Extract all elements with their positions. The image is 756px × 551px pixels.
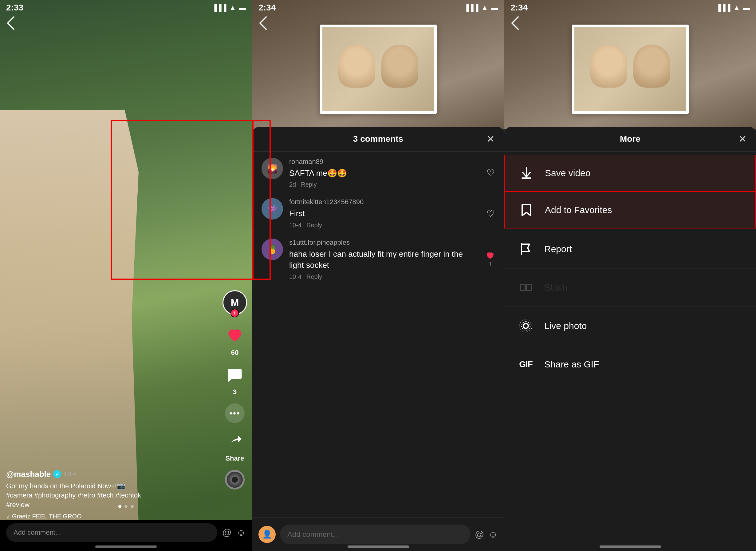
add-to-favorites-label: Add to Favorites xyxy=(545,205,612,215)
comment-like-1[interactable]: ♡ xyxy=(486,167,495,178)
close-button-p3[interactable]: ✕ xyxy=(738,133,747,145)
signal-icon-p2: ▐▐▐ xyxy=(464,4,478,12)
comment-placeholder-p2: Add comment... xyxy=(287,530,339,539)
video-sound: ♪ Graetz FEEL THE GROO xyxy=(6,512,224,520)
more-title: More xyxy=(620,134,640,144)
svg-point-4 xyxy=(523,324,528,329)
status-time-p1: 2:33 xyxy=(6,3,23,13)
comment-like-3[interactable]: 1 xyxy=(486,251,495,268)
wifi-icon: ▲ xyxy=(229,4,236,12)
person-silhouette xyxy=(0,110,139,523)
comment-reply-2[interactable]: Reply xyxy=(306,222,322,229)
battery-icon: ▬ xyxy=(239,4,246,12)
live-photo-item[interactable]: Live photo xyxy=(504,308,756,344)
divider-2 xyxy=(504,268,756,268)
more-button[interactable]: ••• xyxy=(225,404,245,423)
share-button[interactable]: Share xyxy=(224,431,246,462)
comment-like-2[interactable]: ♡ xyxy=(486,208,495,219)
comment-avatar-1[interactable]: 🌄 xyxy=(262,158,283,179)
svg-rect-0 xyxy=(522,177,531,179)
comment-time-2: 10-4 xyxy=(289,222,301,229)
comment-item-3: 🍍 s1uttt.for.pineapples haha loser I can… xyxy=(262,238,495,281)
svg-rect-1 xyxy=(520,285,525,291)
back-button-p3[interactable] xyxy=(510,15,520,32)
share-label: Share xyxy=(225,455,244,462)
comment-text-2: First xyxy=(289,208,480,219)
video-description: Got my hands on the Polaroid Now+!📷 #cam… xyxy=(6,482,224,510)
comments-sheet: 3 comments ✕ 🌄 rohaman89 SAFTA me🤩🤩 2d R… xyxy=(252,127,504,551)
comment-time-1: 2d xyxy=(289,181,296,188)
music-disk xyxy=(225,470,245,490)
like-count: 60 xyxy=(231,349,238,357)
video-username[interactable]: @mashable ✓ 10·4 xyxy=(6,470,224,479)
selfie-photo-p3 xyxy=(572,25,689,114)
back-button-p1[interactable] xyxy=(6,15,15,33)
comment-text-1: SAFTA me🤩🤩 xyxy=(289,167,480,179)
flag-icon xyxy=(517,240,535,258)
home-indicator-p3 xyxy=(600,545,661,548)
stitch-label: Stitch xyxy=(544,282,567,293)
emoji-icon-p2[interactable]: ☺ xyxy=(488,529,498,540)
add-to-favorites-item[interactable]: Add to Favorites xyxy=(504,191,756,228)
comment-username-1: rohaman89 xyxy=(289,158,480,166)
comment-button[interactable]: 3 xyxy=(224,364,246,396)
bookmark-icon xyxy=(517,201,536,219)
selfie-photo-inner-p3 xyxy=(574,27,686,111)
comments-panel: 2:34 ▐▐▐ ▲ ▬ 3 comments ✕ 🌄 rohaman89 SA… xyxy=(252,0,504,551)
live-photo-icon xyxy=(517,317,535,335)
svg-rect-2 xyxy=(526,285,531,291)
follow-plus-badge[interactable]: + xyxy=(230,309,239,317)
wifi-icon-p2: ▲ xyxy=(481,4,488,12)
comment-avatar-3[interactable]: 🍍 xyxy=(262,238,283,260)
comment-icon xyxy=(224,364,246,386)
report-item[interactable]: Report xyxy=(504,231,756,267)
signal-icon-p3: ▐▐▐ xyxy=(716,4,730,12)
stitch-item[interactable]: Stitch xyxy=(504,269,756,305)
comment-item-2: 👾 fortnitekitten1234567890 First 10-4 Re… xyxy=(262,198,495,228)
comment-body-2: fortnitekitten1234567890 First 10-4 Repl… xyxy=(289,198,480,228)
comment-avatar-2[interactable]: 👾 xyxy=(262,198,283,219)
comment-username-3: s1uttt.for.pineapples xyxy=(289,238,479,246)
comment-meta-3: 10-4 Reply xyxy=(289,273,479,281)
save-video-item[interactable]: Save video xyxy=(504,155,756,191)
music-disk-inner xyxy=(232,477,238,483)
more-dots-icon: ••• xyxy=(225,404,245,423)
comment-meta-2: 10-4 Reply xyxy=(289,222,480,229)
share-as-gif-item[interactable]: GIF Share as GIF xyxy=(504,347,756,382)
save-video-label: Save video xyxy=(545,168,590,178)
status-icons-p2: ▐▐▐ ▲ ▬ xyxy=(464,4,498,12)
status-bar-p3: 2:34 ▐▐▐ ▲ ▬ xyxy=(504,0,756,15)
gif-icon: GIF xyxy=(517,355,535,374)
share-icon xyxy=(224,431,246,453)
status-icons-p1: ▐▐▐ ▲ ▬ xyxy=(212,4,246,12)
like-button[interactable]: 60 xyxy=(224,325,246,357)
creator-avatar-container[interactable]: M + xyxy=(222,290,247,315)
more-items-list: Save video Add to Favorites Report xyxy=(504,151,756,385)
back-button-p2[interactable] xyxy=(258,15,268,32)
comments-sheet-header: 3 comments ✕ xyxy=(252,127,504,151)
emoji-icon[interactable]: ☺ xyxy=(236,527,246,538)
wifi-icon-p3: ▲ xyxy=(733,4,740,12)
status-time-p2: 2:34 xyxy=(258,3,276,13)
user-time: 10·4 xyxy=(64,470,77,478)
comment-input-p1[interactable]: Add comment... xyxy=(6,523,217,542)
comments-list: 🌄 rohaman89 SAFTA me🤩🤩 2d Reply ♡ 👾 fort… xyxy=(252,151,504,297)
status-icons-p3: ▐▐▐ ▲ ▬ xyxy=(716,4,750,12)
comment-input-p2[interactable]: Add comment... xyxy=(280,525,471,544)
more-sheet-header: More ✕ xyxy=(504,127,756,151)
divider-1 xyxy=(504,230,756,230)
at-icon-p2[interactable]: @ xyxy=(475,529,484,540)
video-preview-p3: 2:34 ▐▐▐ ▲ ▬ xyxy=(504,0,756,129)
comment-reply-1[interactable]: Reply xyxy=(301,181,317,188)
stitch-icon xyxy=(517,278,535,297)
comment-text-3: haha loser I can actually fit my entire … xyxy=(289,248,479,271)
commenter-avatar: 👤 xyxy=(258,526,276,543)
divider-3 xyxy=(504,307,756,307)
video-panel: 2:33 ▐▐▐ ▲ ▬ M + 60 xyxy=(0,0,252,551)
close-button-p2[interactable]: ✕ xyxy=(486,133,495,145)
verified-badge: ✓ xyxy=(53,470,61,478)
comment-reply-3[interactable]: Reply xyxy=(306,273,322,281)
signal-icon: ▐▐▐ xyxy=(212,4,226,12)
video-preview-p2: 2:34 ▐▐▐ ▲ ▬ xyxy=(252,0,504,129)
at-icon[interactable]: @ xyxy=(222,527,231,538)
